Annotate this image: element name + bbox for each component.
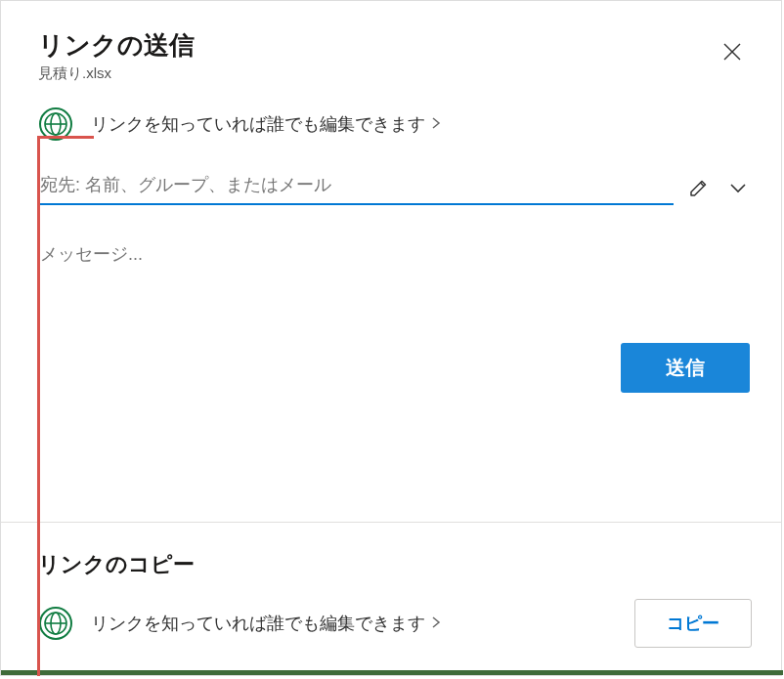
copy-link-title: リンクのコピー — [38, 550, 752, 579]
message-input[interactable] — [38, 238, 752, 267]
pencil-icon — [688, 177, 710, 198]
chevron-down-icon — [729, 182, 747, 193]
recipient-row — [38, 169, 752, 205]
dialog-title: リンクの送信 — [38, 28, 195, 63]
permission-settings-link[interactable]: リンクを知っていれば誰でも編集できます — [38, 106, 752, 142]
permission-label: リンクを知っていれば誰でも編集できます — [91, 112, 425, 136]
edit-recipient-button[interactable] — [685, 174, 713, 201]
close-button[interactable] — [717, 36, 748, 67]
copy-permission-settings-link[interactable]: リンクを知っていれば誰でも編集できます — [38, 606, 441, 641]
close-icon — [721, 41, 743, 63]
copy-permission-label: リンクを知っていれば誰でも編集できます — [91, 612, 425, 635]
permission-text: リンクを知っていれば誰でも編集できます — [91, 112, 441, 136]
send-button[interactable]: 送信 — [621, 343, 750, 393]
chevron-right-icon — [431, 116, 441, 133]
copy-permission-text: リンクを知っていれば誰でも編集できます — [91, 612, 441, 635]
copy-link-section: リンクのコピー リンクを知っていれば誰でも編集できます — [1, 523, 781, 675]
recipient-input[interactable] — [38, 169, 674, 205]
excel-app-bar — [1, 670, 783, 675]
annotation-line-vertical — [37, 136, 40, 676]
annotation-line-horizontal — [37, 136, 94, 139]
chevron-right-icon — [431, 615, 441, 632]
dialog-filename: 見積り.xlsx — [38, 64, 195, 83]
recipient-options-dropdown[interactable] — [724, 174, 752, 201]
dialog-header: リンクの送信 見積り.xlsx — [38, 28, 752, 106]
share-link-dialog: リンクの送信 見積り.xlsx リンクを知っていれば誰でも — [0, 0, 782, 676]
send-link-section: リンクの送信 見積り.xlsx リンクを知っていれば誰でも — [1, 1, 781, 522]
globe-icon — [38, 606, 73, 641]
copy-button[interactable]: コピー — [634, 599, 752, 648]
